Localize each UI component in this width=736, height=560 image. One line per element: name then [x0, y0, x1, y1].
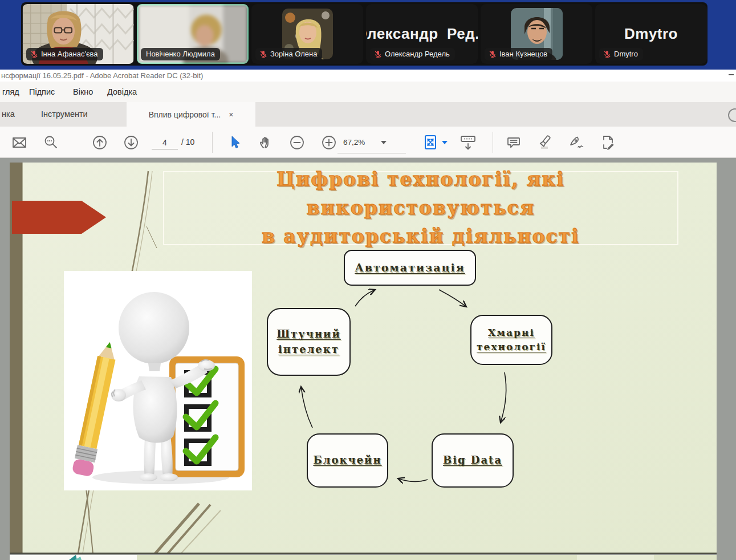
toolbar-separator — [493, 132, 493, 153]
participant-name-label: Іван Кузнецов — [485, 48, 552, 60]
tab-home-partial[interactable]: нка — [2, 102, 15, 127]
menu-help[interactable]: Довідка — [106, 82, 138, 102]
zoom-level-control[interactable]: 67,2% — [337, 132, 406, 153]
checklist-figure-image — [64, 271, 252, 490]
next-page-logo — [67, 555, 84, 560]
tab-document-label: Вплив цифрової т... — [149, 110, 221, 119]
toolbar-separator — [212, 132, 213, 153]
toolbar: / 10 67,2% — [0, 127, 736, 158]
participant-name: Новіченко Людмила — [146, 50, 215, 58]
red-arrow-shape — [12, 201, 106, 234]
screen: Інна Афанас'єва Новіченко Людмил — [0, 0, 736, 560]
fill-sign-button[interactable] — [567, 127, 588, 158]
tab-tools[interactable]: Інструменти — [41, 102, 88, 127]
menu-sign[interactable]: Підпис — [28, 82, 56, 102]
participant-name-label: Зоріна Олена — [255, 48, 322, 60]
highlight-button[interactable] — [535, 127, 555, 158]
participant-name-label: Олександр Редель — [370, 48, 455, 60]
chevron-down-icon — [381, 141, 387, 144]
tab-document[interactable]: Вплив цифрової т... × — [127, 102, 255, 127]
select-tool-button[interactable] — [226, 127, 244, 158]
slide-title-box: Цифрові технології, які використовуються… — [163, 171, 678, 245]
participant-tile-dmytro[interactable]: Dmytro Dmytro — [595, 4, 707, 64]
pdf-page: Цифрові технології, які використовуються… — [10, 163, 717, 554]
participant-name: Інна Афанас'єва — [41, 50, 98, 58]
node-blockchain: Блокчейн — [307, 433, 388, 488]
muted-mic-icon — [30, 50, 38, 58]
node-big-data: Big Data — [432, 433, 514, 488]
zoom-video-strip: Інна Афанас'єва Новіченко Людмил — [0, 0, 736, 70]
next-page-sliver — [10, 555, 137, 560]
hand-tool-button[interactable] — [255, 127, 275, 158]
muted-mic-icon — [259, 50, 267, 58]
muted-mic-icon — [374, 50, 382, 58]
muted-mic-icon — [489, 50, 497, 58]
window-title: нсформації 16.05.25.pdf - Adobe Acrobat … — [0, 70, 736, 82]
page-number-input[interactable] — [152, 136, 178, 149]
chevron-down-icon — [442, 141, 448, 144]
close-tab-icon[interactable]: × — [229, 111, 233, 119]
fit-page-button[interactable] — [421, 127, 440, 158]
zoom-in-button[interactable] — [320, 127, 337, 158]
menu-window[interactable]: Вікно — [72, 82, 94, 102]
participant-name: Іван Кузнецов — [499, 50, 547, 58]
zoom-out-button[interactable] — [288, 127, 306, 158]
slide-title-line2: в аудиторській діяльності — [164, 222, 677, 251]
participant-tile-zorina[interactable]: Зоріна Олена — [251, 4, 363, 64]
participant-tile-inna[interactable]: Інна Афанас'єва — [22, 4, 134, 64]
node-automation: Автоматизація — [344, 250, 476, 286]
participant-name: Олександр Редель — [385, 50, 450, 58]
node-cloud-technologies: Хмарні технології — [470, 315, 552, 365]
muted-mic-icon — [603, 50, 611, 58]
scrolling-mode-button[interactable] — [457, 127, 479, 158]
menu-bar: гляд Підпис Вікно Довідка — [0, 82, 736, 102]
email-button[interactable] — [10, 127, 29, 158]
participant-tile-redel[interactable]: Олександр Ред... Олександр Редель — [366, 4, 478, 64]
participant-name: Зоріна Олена — [270, 50, 317, 58]
previous-page-button[interactable] — [91, 127, 108, 158]
participant-name-label: Інна Афанас'єва — [26, 48, 103, 60]
zoom-level-value: 67,2% — [337, 138, 365, 147]
document-area[interactable]: Цифрові технології, які використовуються… — [0, 158, 736, 560]
participant-name: Dmytro — [614, 50, 638, 58]
participant-tile-novichenko[interactable]: Новіченко Людмила — [137, 4, 249, 64]
more-tools-button[interactable] — [597, 127, 619, 158]
participant-name-label: Dmytro — [599, 48, 643, 60]
menu-view-partial[interactable]: гляд — [1, 82, 21, 102]
search-tool-button[interactable] — [41, 127, 60, 158]
slide-title-line1: Цифрові технології, які використовуються — [164, 165, 677, 222]
minimize-button[interactable] — [729, 74, 734, 75]
page-count-label: / 10 — [181, 127, 194, 158]
fit-page-caret[interactable] — [440, 127, 449, 158]
tab-bar: нка Інструменти Вплив цифрової т... × — [0, 102, 736, 127]
participant-name-label: Новіченко Людмила — [141, 48, 220, 60]
participants-panel: Інна Афанас'єва Новіченко Людмил — [21, 2, 707, 66]
node-artificial-intelligence: Штучний інтелект — [267, 308, 351, 376]
next-page-sliver — [577, 555, 654, 560]
comment-button[interactable] — [504, 127, 523, 158]
next-page-button[interactable] — [123, 127, 140, 158]
participant-tile-kuznetsov[interactable]: Іван Кузнецов — [481, 4, 592, 64]
